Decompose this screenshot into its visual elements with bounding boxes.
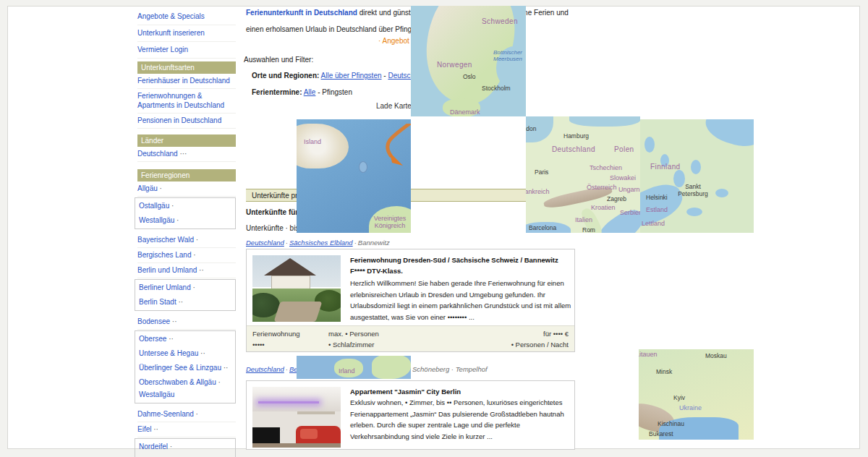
- sidebar-item-unterkunft-inserieren[interactable]: Unterkunft inserieren: [137, 25, 236, 42]
- sidebar-region-vulkaneifel[interactable]: Vulkaneifel ·: [139, 454, 231, 457]
- sidebar-link[interactable]: Obersee: [139, 335, 166, 343]
- sidebar-link[interactable]: Oberschwaben & Allgäu: [139, 378, 216, 386]
- sidebar-link[interactable]: Überlinger See & Linzgau: [139, 364, 221, 372]
- sidebar-link[interactable]: Ferienhäuser in Deutschland: [137, 77, 230, 85]
- photo-path: [273, 302, 322, 322]
- sidebar-region-ostallgaeu[interactable]: Ostallgäu ·: [139, 199, 231, 213]
- sidebar-link[interactable]: Pensionen in Deutschland: [137, 116, 221, 124]
- listing-title-link[interactable]: Appartement "Jasmin" City Berlin: [350, 386, 571, 397]
- sidebar-link[interactable]: Dahme-Seenland: [137, 410, 194, 418]
- breadcrumb-separator: ·: [286, 239, 288, 247]
- sidebar-link[interactable]: Untersee & Hegau: [139, 349, 198, 357]
- sidebar-item-pensionen[interactable]: Pensionen in Deutschland: [137, 114, 236, 129]
- sidebar-link[interactable]: Berlin und Umland: [137, 266, 197, 274]
- breadcrumb-tail-fragment: Schöneberg · Tempelhof: [412, 365, 488, 373]
- photo-led-light: [258, 401, 319, 403]
- listing-card: Ferienwohnung Dresden-Süd / Sächsische S…: [246, 249, 575, 352]
- breadcrumb-link-deutschland[interactable]: Deutschland: [246, 365, 284, 373]
- sidebar-item-ferienhaeuser[interactable]: Ferienhäuser in Deutschland: [137, 74, 236, 89]
- count-marker: ··: [172, 317, 177, 325]
- sidebar-link[interactable]: Ferienwohnungen & Apartments in Deutschl…: [137, 92, 224, 109]
- sidebar-region-nordeifel[interactable]: Nordeifel ·: [139, 440, 231, 454]
- sidebar-region-obersee[interactable]: Obersee ··: [139, 332, 231, 346]
- lake: [686, 208, 702, 216]
- sidebar-region-berlin-stadt[interactable]: Berlin Stadt ··: [139, 295, 231, 309]
- listing-photo-house[interactable]: [252, 255, 341, 322]
- sidebar-region-westallgaeu-2[interactable]: Westallgäu: [139, 390, 231, 402]
- sidebar-region-dahme-seenland[interactable]: Dahme-Seenland ·: [137, 407, 236, 422]
- sidebar-link[interactable]: Unterkunft inserieren: [137, 29, 205, 37]
- sidebar-region-westallgaeu[interactable]: Westallgäu ·: [139, 213, 231, 228]
- results-heading: Unterkünfte für: [246, 208, 298, 216]
- sidebar-item-deutschland[interactable]: Deutschland ···: [137, 147, 236, 162]
- intro-text: direkt und günstig: [357, 9, 417, 17]
- sidebar-link[interactable]: Allgäu: [137, 184, 158, 192]
- sidebar-link[interactable]: Berlin Stadt: [139, 298, 176, 306]
- breadcrumb-link-saechsisches-elbland[interactable]: Sächsisches Elbland: [289, 239, 353, 247]
- sidebar-region-berliner-umland[interactable]: Berliner Umland ·: [139, 281, 231, 295]
- map-label-country: Schweden: [482, 17, 518, 25]
- map-tile-ireland[interactable]: Irland: [297, 356, 411, 379]
- sidebar-region-bodensee[interactable]: Bodensee ··: [137, 315, 236, 330]
- map-tile-iceland[interactable]: Island Vereinigtes Königreich: [297, 119, 411, 233]
- photo-ceiling: [252, 387, 341, 411]
- sidebar-link[interactable]: Deutschland: [137, 150, 178, 158]
- sidebar-region-untersee-hegau[interactable]: Untersee & Hegau ··: [139, 346, 231, 361]
- sidebar-link[interactable]: Bodensee: [137, 317, 170, 325]
- map-label-country: Ukraine: [679, 404, 702, 411]
- listing-persons: max. • Personen: [328, 328, 543, 339]
- sidebar-link[interactable]: Westallgäu: [139, 216, 174, 224]
- map-label-city: Moskau: [705, 352, 727, 359]
- landmass-iceland: [297, 124, 349, 168]
- filter-label: Ferientermine:: [252, 88, 302, 96]
- count-marker: ··: [200, 349, 205, 357]
- sidebar-item-ferienwohnungen[interactable]: Ferienwohnungen & Apartments in Deutschl…: [137, 89, 236, 114]
- listing-rating: •••••: [252, 339, 328, 350]
- map-tile-ukraine[interactable]: Litauen Moskau Minsk Kyiv Ukraine Kischi…: [639, 349, 754, 440]
- map-label-city: Sankt Petersburg: [671, 183, 715, 197]
- sidebar-region-eifel[interactable]: Eifel ··: [137, 422, 236, 437]
- photo-roof: [264, 258, 316, 276]
- sidebar-link[interactable]: Eifel: [137, 425, 151, 433]
- listing-title-link[interactable]: Ferienwohnung Dresden-Süd / Sächsische S…: [350, 255, 571, 276]
- lake: [691, 160, 701, 174]
- sidebar-link[interactable]: Bayerischer Wald: [137, 236, 194, 244]
- intro-line-1: Ferienunterkunft in Deutschland direkt u…: [246, 9, 417, 17]
- sidebar-region-bergisches-land[interactable]: Bergisches Land ·: [137, 248, 236, 263]
- sidebar-link[interactable]: Berliner Umland: [139, 283, 191, 291]
- sidebar-link[interactable]: Vermieter Login: [137, 46, 188, 54]
- count-marker: ·: [196, 410, 198, 418]
- offers-link[interactable]: · Angebot: [378, 37, 409, 45]
- listing-photo-apartment[interactable]: [252, 387, 341, 448]
- sidebar-link[interactable]: Angebote & Specials: [137, 12, 205, 20]
- count-marker: ··: [178, 298, 183, 306]
- sidebar-region-ueberlinger-see[interactable]: Überlinger See & Linzgau ··: [139, 361, 231, 375]
- count-marker: ·: [176, 216, 179, 224]
- map-label-city: Kischinau: [658, 420, 684, 427]
- sidebar-region-oberschwaben[interactable]: Oberschwaben & Allgäu ·: [139, 375, 231, 390]
- sidebar-item-vermieter-login[interactable]: Vermieter Login: [137, 42, 236, 59]
- sidebar-subregion-box: Nordeifel · Vulkaneifel · Südeifel ·: [135, 438, 236, 457]
- sidebar-region-allgaeu[interactable]: Allgäu ·: [137, 181, 236, 197]
- sidebar-region-bayerischer-wald[interactable]: Bayerischer Wald ·: [137, 233, 236, 248]
- filter-link-alle[interactable]: Alle: [304, 88, 316, 96]
- breadcrumb-link-deutschland[interactable]: Deutschland: [246, 239, 284, 247]
- sidebar-link[interactable]: Ostallgäu: [139, 202, 169, 210]
- map-tile-central-europe[interactable]: London Hamburg Deutschland Polen Paris T…: [526, 116, 640, 233]
- listing-description: Herzlich Willkommen! Sie haben gerade Ih…: [350, 278, 571, 323]
- map-tile-finland[interactable]: Finnland Sankt Petersburg Helsinki Estla…: [640, 119, 754, 233]
- sidebar-subregion-box: Berliner Umland · Berlin Stadt ··: [135, 279, 236, 311]
- map-label-country: Serbien: [620, 209, 640, 216]
- photo-cushion: [300, 429, 318, 439]
- sidebar-link[interactable]: Westallgäu: [139, 390, 174, 398]
- sidebar-region-berlin-umland[interactable]: Berlin und Umland ··: [137, 263, 236, 278]
- sidebar-link[interactable]: Bergisches Land: [137, 251, 192, 259]
- filters-title: Auswahlen und Filter:: [244, 56, 313, 64]
- sidebar-item-angebote-specials[interactable]: Angebote & Specials: [137, 9, 236, 25]
- breadcrumb-separator: ·: [354, 239, 357, 247]
- map-label-city: Zagreb: [607, 195, 626, 202]
- map-tile-scandinavia[interactable]: Schweden Norwegen Oslo Stockholm Dänemar…: [411, 6, 526, 116]
- heading-link[interactable]: Ferienunterkunft in Deutschland: [246, 9, 357, 17]
- filter-link-alle-pfingsten[interactable]: Alle über Pfingsten: [321, 72, 382, 80]
- sidebar-link[interactable]: Nordeifel: [139, 443, 168, 450]
